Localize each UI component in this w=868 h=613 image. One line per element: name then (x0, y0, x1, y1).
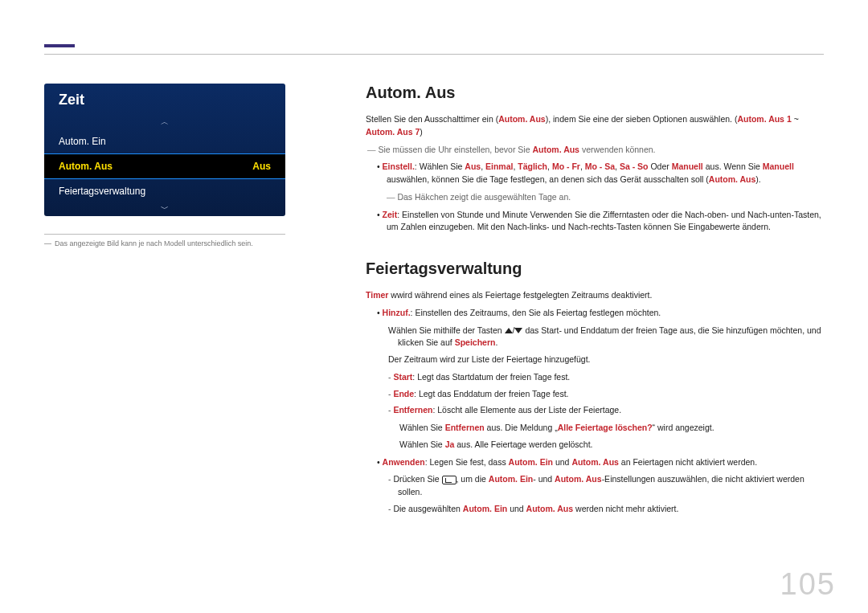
triangle-down-icon (514, 328, 522, 333)
chevron-up-icon[interactable]: ︿ (44, 116, 285, 129)
dash-apply-1: Drücken Sie , um die Autom. Ein- und Aut… (387, 473, 824, 499)
osd-item-autom-aus[interactable]: Autom. Aus Aus (44, 153, 285, 179)
osd-item-label: Autom. Aus (59, 161, 113, 172)
bullet-zeit: Zeit: Einstellen von Stunde und Minute V… (375, 209, 824, 235)
dash-apply-2: Die ausgewählten Autom. Ein und Autom. A… (387, 503, 824, 516)
dash-entfernen: Entfernen: Löscht alle Elemente aus der … (387, 404, 824, 417)
osd-item-feiertag[interactable]: Feiertagsverwaltung (44, 179, 285, 203)
osd-panel: Zeit ︿ Autom. Ein Autom. Aus Aus Feierta… (44, 84, 285, 216)
chapter-marker (44, 44, 75, 47)
dash-ende: Ende: Legt das Enddatum der freien Tage … (387, 388, 824, 401)
osd-title: Zeit (44, 84, 285, 116)
osd-item-value: Aus (252, 161, 271, 172)
hinzuf-line2: Wählen Sie mithilfe der Tasten / das Sta… (387, 325, 824, 350)
autom-aus-intro: Stellen Sie den Ausschalttimer ein (Auto… (366, 113, 824, 139)
feiertag-intro: Timer wwird während eines als Feiertage … (366, 289, 824, 302)
hinzuf-line3: Der Zeitraum wird zur Liste der Feiertag… (387, 353, 824, 366)
bullet-einstell: Einstell.: Wählen Sie Aus, Einmal, Tägli… (375, 161, 824, 186)
top-rule (44, 54, 824, 55)
bullet-hinzuf: Hinzuf.: Einstellen des Zeitraums, den S… (375, 307, 824, 320)
page-number: 105 (780, 567, 836, 602)
note-divider (44, 234, 285, 235)
dash-start: Start: Legt das Startdatum der freien Ta… (387, 371, 824, 384)
entfernen-line2: Wählen Sie Entfernen aus. Die Meldung „A… (398, 422, 824, 435)
heading-autom-aus: Autom. Aus (366, 84, 824, 102)
checkmark-note: Das Häkchen zeigt die ausgewählten Tage … (385, 191, 824, 204)
enter-icon (442, 476, 457, 484)
triangle-up-icon (505, 328, 513, 333)
osd-item-autom-ein[interactable]: Autom. Ein (44, 129, 285, 153)
chevron-down-icon[interactable]: ﹀ (44, 203, 285, 216)
bullet-anwenden: Anwenden: Legen Sie fest, dass Autom. Ei… (375, 456, 824, 469)
image-disclaimer: ―Das angezeigte Bild kann je nach Modell… (44, 239, 285, 247)
entfernen-line3: Wählen Sie Ja aus. Alle Feiertage werden… (398, 439, 824, 452)
clock-requirement: Sie müssen die Uhr einstellen, bevor Sie… (366, 144, 824, 157)
heading-feiertag: Feiertagsverwaltung (366, 260, 824, 278)
